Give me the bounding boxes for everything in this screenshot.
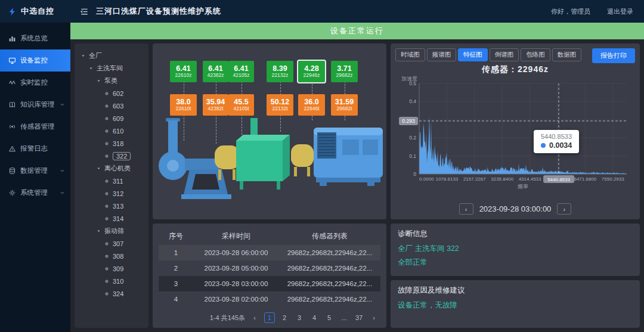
- sensor-badge-29682t[interactable]: 31.5929682t: [331, 94, 358, 116]
- tree-branch-离心机类[interactable]: 离心机类: [78, 162, 145, 175]
- sensor-badge-22946z[interactable]: 4.2822946z: [298, 61, 325, 82]
- chart-tab-2[interactable]: 频谱图: [427, 48, 457, 61]
- diagnosis-line: 全厂 主洗车间 322: [398, 244, 633, 254]
- table-row-1[interactable]: 12023-09-28 06:00:0029682z,29682t,22946z…: [159, 245, 380, 260]
- node-gear-icon: [104, 266, 110, 272]
- table-cell: 29682z,29682t,22946z,22...: [279, 265, 380, 272]
- sensor-badge-42105z[interactable]: 6.4142105z: [228, 61, 254, 82]
- status-banner: 设备正常运行: [70, 23, 644, 39]
- tree-branch-全厂[interactable]: 全厂: [78, 49, 145, 62]
- node-gear-icon: [104, 253, 110, 259]
- sidebar-item-3[interactable]: 实时监控: [0, 72, 70, 94]
- sidebar-item-7[interactable]: 数据管理: [0, 160, 70, 182]
- chart-tab-5[interactable]: 包络图: [521, 48, 550, 61]
- tree-node-609[interactable]: 609: [78, 112, 145, 125]
- next-date-button[interactable]: ›: [557, 203, 571, 215]
- table-cell: 2: [159, 265, 193, 272]
- tree-branch-振动筛[interactable]: 振动筛: [78, 225, 145, 237]
- sensor-value: 36.0: [304, 98, 318, 106]
- tree-node-610[interactable]: 610: [78, 125, 145, 137]
- sensor-badge-22946t[interactable]: 36.022946t: [298, 94, 325, 116]
- sensor-badge-22132z[interactable]: 8.3922132z: [267, 61, 293, 82]
- sample-table-panel: 序号采样时间传感器列表 12023-09-28 06:00:0029682z,2…: [153, 224, 386, 328]
- table-cell: 2023-09-28 02:00:00: [193, 296, 279, 303]
- sensor-badge-22610z[interactable]: 6.4122610z: [170, 61, 197, 82]
- pagination-page-1[interactable]: 1: [264, 312, 275, 323]
- chart-tab-6[interactable]: 数据图: [552, 48, 582, 61]
- sensor-badge-42382z[interactable]: 6.4142382z: [203, 61, 228, 82]
- equipment-panel: 6.4122610z6.4142382z6.4142105z8.3922132z…: [153, 44, 386, 219]
- table-header-cell: 序号: [159, 231, 193, 241]
- pagination-page-3[interactable]: 3: [294, 312, 305, 323]
- chevron-down-icon: [59, 167, 66, 174]
- collapse-menu-icon[interactable]: [80, 7, 89, 16]
- sensor-badge-42105t[interactable]: 45.542105t: [228, 94, 254, 116]
- sensor-value: 38.0: [176, 98, 190, 106]
- caret-down-icon: [96, 228, 101, 234]
- table-row-3[interactable]: 32023-09-28 03:00:0029682z,29682t,22946z…: [159, 276, 380, 291]
- tree-branch-主洗车间[interactable]: 主洗车间: [78, 62, 145, 75]
- sensor-badge-22132t[interactable]: 50.1222132t: [267, 94, 293, 116]
- tree-node-324[interactable]: 324: [78, 287, 145, 300]
- tooltip-x-value: 5440.8533: [541, 133, 572, 140]
- table-row-4[interactable]: 42023-09-28 02:00:0029682z,29682t,22946z…: [159, 291, 380, 307]
- sidebar-item-6[interactable]: 报警日志: [0, 138, 70, 160]
- sidebar-item-1[interactable]: 系统总览: [0, 27, 70, 49]
- sidebar-item-8[interactable]: 系统管理: [0, 182, 70, 204]
- chart-tab-1[interactable]: 时域图: [395, 48, 425, 61]
- node-gear-icon: [104, 178, 110, 184]
- tree-node-318[interactable]: 318: [78, 137, 145, 150]
- tree-node-312[interactable]: 312: [78, 187, 145, 200]
- pagination-page-2[interactable]: 2: [279, 312, 290, 323]
- sidebar-item-4[interactable]: 知识库管理: [0, 94, 70, 116]
- tree-node-322[interactable]: 322: [78, 150, 145, 162]
- sensor-badge-42382t[interactable]: 35.9442382t: [203, 94, 228, 116]
- sensor-badge-22610t[interactable]: 38.022610t: [170, 94, 197, 116]
- prev-date-button[interactable]: ‹: [459, 203, 473, 215]
- pagination-page-37[interactable]: 37: [354, 312, 364, 323]
- diagnosis-title: 诊断信息: [398, 229, 633, 239]
- sensor-id: 42105z: [233, 73, 250, 79]
- chart-tooltip: 5440.8533 0.0034: [534, 130, 579, 153]
- tree-node-314[interactable]: 314: [78, 212, 145, 225]
- x-axis-title: 频率: [518, 184, 528, 190]
- sidebar-item-5[interactable]: 传感器管理: [0, 116, 70, 138]
- tree-node-308[interactable]: 308: [78, 250, 145, 262]
- tree-node-602[interactable]: 602: [78, 87, 145, 100]
- tree-node-label: 313: [113, 203, 123, 210]
- y-tick-label: 0.2: [409, 135, 416, 141]
- logout-link[interactable]: 退出登录: [607, 7, 633, 16]
- sensor-badge-29682z[interactable]: 3.7129682z: [331, 61, 358, 82]
- tree-node-label: 311: [113, 178, 123, 185]
- device-tree: 全厂主洗车间泵类602603609610318322离心机类3113123133…: [75, 44, 148, 328]
- diagnosis-line: 全部正常: [398, 257, 633, 268]
- node-gear-icon: [104, 103, 110, 109]
- pagination-prev[interactable]: ‹: [249, 312, 260, 323]
- sensor-value: 35.94: [206, 98, 225, 106]
- lightning-logo-icon: [8, 7, 17, 16]
- sidebar-item-label: 设备监控: [20, 56, 48, 65]
- tree-node-307[interactable]: 307: [78, 237, 145, 250]
- tree-node-313[interactable]: 313: [78, 200, 145, 212]
- node-gear-icon: [104, 128, 110, 134]
- table-row-2[interactable]: 22023-09-28 05:00:0029682z,29682t,22946z…: [159, 260, 380, 276]
- table-header-cell: 传感器列表: [279, 231, 380, 241]
- tree-node-310[interactable]: 310: [78, 275, 145, 287]
- tree-node-309[interactable]: 309: [78, 262, 145, 275]
- tree-branch-泵类[interactable]: 泵类: [78, 75, 145, 87]
- pagination-page-4[interactable]: 4: [309, 312, 320, 323]
- sensor-value: 6.41: [176, 64, 190, 73]
- table-cell: 4: [159, 296, 193, 303]
- spectrum-chart[interactable]: 加速度00.10.20.40.50.00001078.61332157.2267…: [395, 75, 634, 192]
- node-gear-icon: [104, 91, 110, 97]
- chart-tab-3[interactable]: 特征图: [458, 48, 488, 61]
- chart-tab-4[interactable]: 倒谱图: [490, 48, 519, 61]
- sidebar-item-2[interactable]: 设备监控: [0, 49, 70, 72]
- print-report-button[interactable]: 报告打印: [592, 48, 635, 63]
- tree-node-311[interactable]: 311: [78, 175, 145, 187]
- tree-node-603[interactable]: 603: [78, 100, 145, 112]
- y-tick-label: 0: [413, 171, 416, 177]
- pagination-next[interactable]: ›: [369, 312, 379, 323]
- pagination-page-5[interactable]: 5: [324, 312, 335, 323]
- sensor-value: 45.5: [234, 98, 248, 106]
